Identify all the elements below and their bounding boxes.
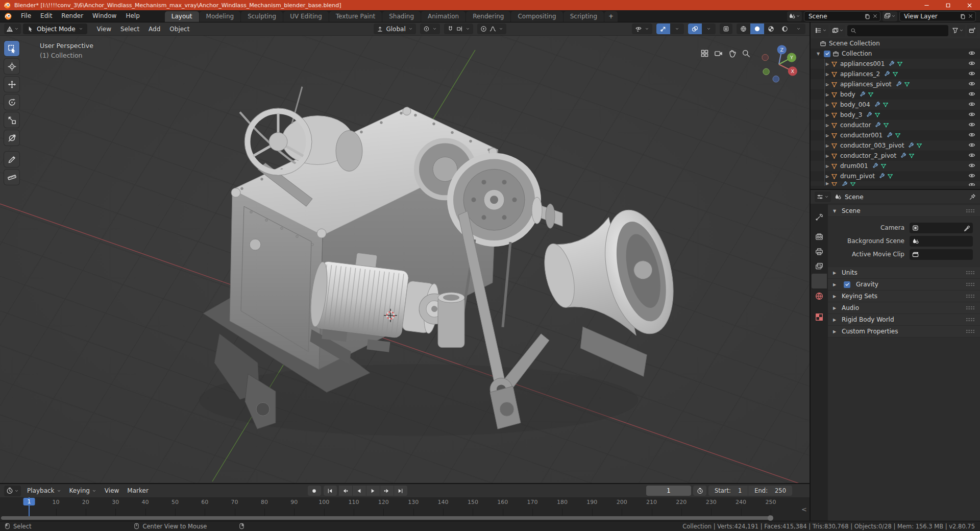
tool-scale-button[interactable] [4,112,19,128]
panel-header-units[interactable]: ▶Units [828,267,980,279]
shading-solid[interactable] [750,23,764,34]
gizmo-minus-x[interactable] [762,54,768,60]
property-field-active-movie-clip[interactable] [910,249,973,260]
outliner-row-drum_pivot[interactable]: ▶drum_pivot [811,171,980,181]
outliner-display-mode-dropdown[interactable] [814,25,828,36]
timeline-menu-marker[interactable]: Marker [123,487,152,494]
close-icon[interactable] [968,13,973,19]
viewport-menu-object[interactable]: Object [165,22,194,36]
visibility-eye-toggle[interactable] [968,60,975,68]
outliner-row-conductor001[interactable]: ▶conductor001 [811,130,980,140]
menu-edit[interactable]: Edit [36,10,57,22]
copy-icon[interactable] [960,13,966,19]
tool-move-button[interactable] [4,77,19,92]
new-collection-button[interactable] [967,25,977,36]
end-frame-field[interactable]: End: 250 [748,486,792,496]
property-field-background-scene[interactable] [910,236,973,247]
pivot-point-dropdown[interactable] [420,23,440,34]
properties-tab-scene[interactable] [812,274,827,288]
property-field-camera[interactable] [910,223,973,233]
scene-type-dropdown[interactable] [787,11,802,21]
scrollbar-knob[interactable] [768,515,773,521]
next-keyframe-button[interactable] [380,486,394,496]
outliner-row-body[interactable]: ▶body [811,89,980,100]
region-collapse-arrow[interactable]: < [801,505,807,513]
panel-checkbox[interactable] [844,281,850,288]
navigation-gizmo[interactable]: Z Y X [755,41,802,88]
outliner-row-conductor_003_pivot[interactable]: ▶conductor_003_pivot [811,140,980,151]
scene-selector[interactable]: Scene [804,11,880,21]
outliner-row-drum001[interactable]: ▶drum001 [811,161,980,171]
3d-viewport[interactable]: User Perspective (1) Collection [0,36,810,483]
panel-header-scene[interactable]: ▼Scene [828,205,980,217]
viewport-pan-button[interactable] [728,49,737,60]
outliner-row-conductor[interactable]: ▶conductor [811,120,980,130]
timeline-menu-view[interactable]: View [101,487,123,494]
shading-dropdown[interactable] [792,23,805,34]
play-reverse-button[interactable] [353,486,366,496]
show-overlays-toggle[interactable] [688,23,702,34]
visibility-eye-toggle[interactable] [968,50,975,58]
viewport-camera-button[interactable] [714,49,723,60]
properties-tab-output[interactable] [812,244,827,259]
visibility-dropdown[interactable] [632,23,652,34]
menu-help[interactable]: Help [121,10,144,22]
workspace-tab-rendering[interactable]: Rendering [466,11,510,22]
gizmo-minus-y[interactable] [763,68,769,75]
outliner-search-input[interactable] [847,25,948,36]
menu-file[interactable]: File [16,10,36,22]
close-button[interactable] [959,0,980,10]
workspace-tab-sculpting[interactable]: Sculpting [241,11,283,22]
play-button[interactable] [366,486,380,496]
record-button[interactable] [308,486,321,496]
visibility-eye-toggle[interactable] [968,141,975,150]
shading-rendered[interactable] [778,23,792,34]
workspace-tab-texture-paint[interactable]: Texture Paint [329,11,382,22]
mode-selector[interactable]: Object Mode [23,23,87,34]
workspace-tab-scripting[interactable]: Scripting [564,11,604,22]
workspace-tab-layout[interactable]: Layout [165,11,199,22]
current-frame-badge[interactable]: 1 [23,498,35,505]
copy-icon[interactable] [864,13,870,19]
tool-box-select-button[interactable] [4,41,19,56]
timeline-editor-type-button[interactable] [4,486,21,496]
viewport-menu-add[interactable]: Add [144,22,165,36]
visibility-eye-toggle[interactable] [968,152,975,160]
disclosure-triangle[interactable]: ▼ [815,52,822,56]
blender-app-menu-button[interactable] [0,12,16,20]
timeline-scrollbar[interactable] [1,516,772,520]
use-preview-range-button[interactable] [693,486,706,496]
tool-annotate-button[interactable] [4,152,19,167]
tool-rotate-button[interactable] [4,94,19,110]
close-icon[interactable] [872,13,878,19]
view-layer-type-dropdown[interactable] [883,11,897,21]
current-frame-field[interactable]: 1 [646,486,691,496]
visibility-eye-toggle[interactable] [968,162,975,171]
outliner-row-conductor_2_pivot[interactable]: ▶conductor_2_pivot [811,151,980,161]
outliner-row-body_3[interactable]: ▶body_3 [811,110,980,120]
prev-keyframe-button[interactable] [339,486,352,496]
properties-tab-tool[interactable] [812,209,827,224]
add-workspace-button[interactable]: + [604,11,618,22]
eyedropper-icon[interactable] [964,225,970,231]
panel-header-audio[interactable]: ▶Audio [828,302,980,314]
show-gizmo-toggle[interactable] [656,23,670,34]
xray-toggle[interactable] [720,23,732,34]
outliner-row-body_004[interactable]: ▶body_004 [811,100,980,110]
properties-tab-view-layer[interactable] [812,259,827,274]
visibility-eye-toggle[interactable] [968,131,975,140]
timeline-menu-playback[interactable]: Playback [23,487,65,494]
panel-header-custom-properties[interactable]: ▶Custom Properties [828,326,980,337]
visibility-eye-toggle[interactable] [968,121,975,130]
outliner-row-scene-collection[interactable]: Scene Collection [811,38,980,49]
shading-material[interactable] [764,23,778,34]
minimize-button[interactable] [916,0,937,10]
properties-tab-world[interactable] [812,288,827,303]
visibility-eye-toggle[interactable] [968,181,975,186]
jump-last-button[interactable] [394,486,407,496]
maximize-button[interactable] [937,0,959,10]
workspace-tab-uv-editing[interactable]: UV Editing [283,11,329,22]
outliner-filter-dropdown[interactable] [950,25,965,36]
outliner-row-appliances001[interactable]: ▶appliances001 [811,59,980,69]
proportional-editing-controls[interactable] [477,23,506,34]
